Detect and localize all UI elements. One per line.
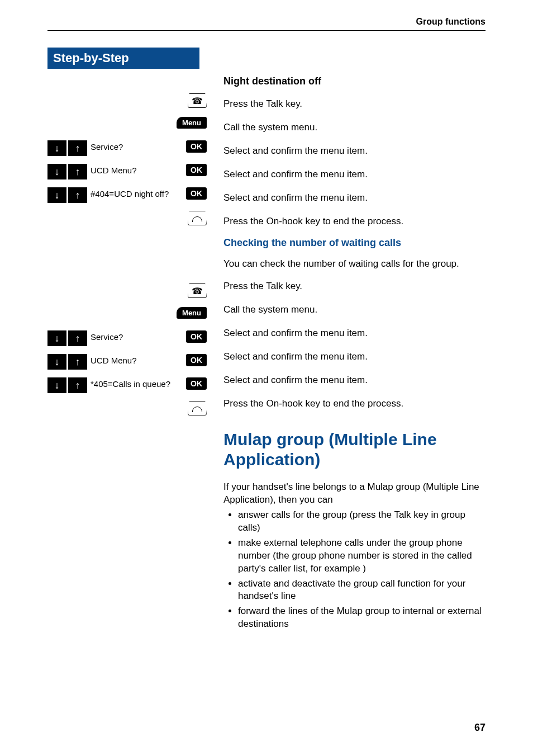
ok-pill: OK: [186, 164, 207, 176]
section-heading-mulap: Mulap group (Multiple Line Application): [223, 429, 486, 470]
up-arrow-icon: ↑: [68, 354, 87, 370]
instruction-text: Select and confirm the menu item.: [223, 190, 486, 207]
down-arrow-icon: ↓: [47, 377, 66, 393]
instruction-text: Select and confirm the menu item.: [223, 143, 486, 160]
instruction-text: Press the On-hook key to end the process…: [223, 396, 486, 413]
instruction-text: Press the Talk key.: [223, 278, 486, 295]
menu-pill: Menu: [177, 307, 207, 319]
list-item: answer calls for the group (press the Ta…: [238, 509, 486, 535]
ok-pill: OK: [186, 377, 207, 390]
onhook-key-icon: [188, 401, 207, 415]
instruction-text: Press the On-hook key to end the process…: [223, 214, 486, 230]
nav-arrows: ↓↑: [47, 187, 87, 203]
nav-arrows: ↓↑: [47, 164, 87, 179]
instruction-text: Select and confirm the menu item.: [223, 325, 486, 342]
up-arrow-icon: ↑: [68, 187, 87, 203]
talk-key-icon: ☎: [188, 284, 207, 298]
down-arrow-icon: ↓: [47, 140, 66, 156]
down-arrow-icon: ↓: [47, 330, 66, 346]
menu-item-text: *405=Calls in queue?: [91, 377, 183, 389]
instruction-text: Select and confirm the menu item.: [223, 349, 486, 366]
instruction-text: Call the system menu.: [223, 302, 486, 319]
menu-item-text: Service?: [91, 140, 183, 152]
nav-arrows: ↓↑: [47, 140, 87, 156]
instruction-text: Call the system menu.: [223, 120, 486, 136]
instruction-text: Select and confirm the menu item.: [223, 372, 486, 389]
menu-item-text: UCD Menu?: [91, 354, 183, 366]
up-arrow-icon: ↑: [68, 164, 87, 179]
section-heading-checking: Checking the number of waiting calls: [223, 237, 486, 249]
menu-item-text: #404=UCD night off?: [91, 187, 183, 199]
menu-item-text: UCD Menu?: [91, 164, 183, 176]
ok-pill: OK: [186, 140, 207, 153]
talk-key-icon: ☎: [188, 93, 207, 108]
ok-pill: OK: [186, 330, 207, 343]
onhook-key-icon: [188, 211, 207, 225]
up-arrow-icon: ↑: [68, 140, 87, 156]
mulap-paragraph: If your handset's line belongs to a Mula…: [223, 481, 486, 507]
list-item: make external telephone calls under the …: [238, 537, 486, 575]
instruction-text: Select and confirm the menu item.: [223, 167, 486, 183]
left-column: ☎ Menu ↓↑ Service? OK ↓↑ UCD Menu? OK ↓↑…: [47, 69, 212, 633]
mulap-bullets: answer calls for the group (press the Ta…: [232, 509, 486, 631]
menu-pill: Menu: [177, 117, 207, 129]
section-heading-night-off: Night destination off: [223, 75, 486, 87]
ok-pill: OK: [186, 354, 207, 366]
nav-arrows: ↓↑: [47, 330, 87, 346]
down-arrow-icon: ↓: [47, 187, 66, 203]
right-column: Night destination off Press the Talk key…: [212, 69, 486, 633]
up-arrow-icon: ↑: [68, 330, 87, 346]
intro-text: You can check the number of waiting call…: [223, 258, 486, 271]
page-header: Group functions: [47, 17, 486, 31]
step-by-step-bar: Step-by-Step: [47, 48, 199, 69]
up-arrow-icon: ↑: [68, 377, 87, 393]
instruction-text: Press the Talk key.: [223, 96, 486, 113]
ok-pill: OK: [186, 187, 207, 200]
menu-item-text: Service?: [91, 330, 183, 342]
down-arrow-icon: ↓: [47, 354, 66, 370]
list-item: forward the lines of the Mulap group to …: [238, 605, 486, 631]
nav-arrows: ↓↑: [47, 377, 87, 393]
page-number: 67: [474, 722, 486, 734]
down-arrow-icon: ↓: [47, 164, 66, 179]
nav-arrows: ↓↑: [47, 354, 87, 370]
list-item: activate and deactivate the group call f…: [238, 578, 486, 603]
